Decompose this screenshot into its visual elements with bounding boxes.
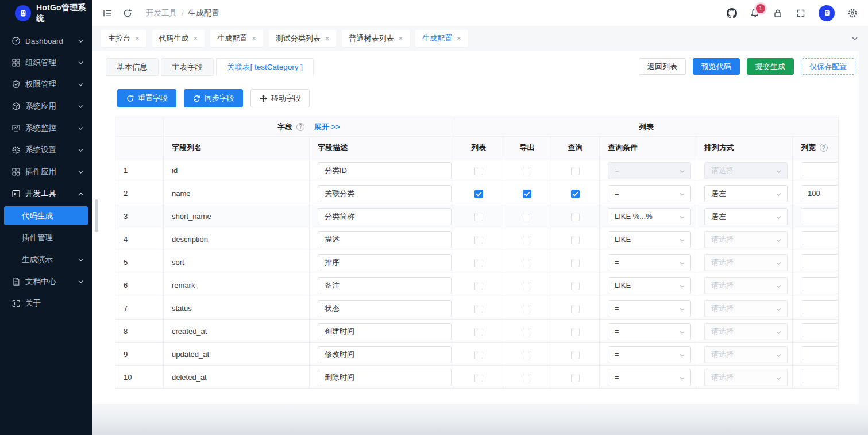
- close-icon[interactable]: ×: [194, 34, 198, 42]
- align-select[interactable]: 请选择: [704, 323, 788, 340]
- action-button-提交生成[interactable]: 提交生成: [747, 58, 794, 75]
- checkbox[interactable]: [474, 259, 483, 267]
- checkbox[interactable]: [523, 190, 531, 198]
- query-condition-select[interactable]: =: [608, 323, 691, 340]
- tab-chip-普通树表列表[interactable]: 普通树表列表×: [342, 30, 410, 47]
- checkbox[interactable]: [571, 328, 580, 336]
- field-desc-input[interactable]: 备注: [318, 277, 452, 294]
- checkbox[interactable]: [523, 167, 531, 175]
- sidebar-item-系统监控[interactable]: 系统监控: [0, 117, 92, 139]
- column-width-input[interactable]: 100: [801, 185, 839, 202]
- config-tab-主表字段[interactable]: 主表字段: [161, 58, 214, 76]
- close-icon[interactable]: ×: [398, 34, 403, 42]
- checkbox[interactable]: [523, 351, 531, 359]
- fullscreen-icon[interactable]: [796, 8, 806, 18]
- checkbox[interactable]: [571, 282, 580, 290]
- query-condition-select[interactable]: =: [608, 300, 691, 317]
- close-icon[interactable]: ×: [135, 34, 140, 42]
- config-tab-基本信息[interactable]: 基本信息: [106, 58, 159, 76]
- checkbox[interactable]: [474, 236, 483, 244]
- checkbox[interactable]: [523, 305, 531, 313]
- query-condition-select[interactable]: LIKE %...%: [608, 208, 691, 225]
- query-condition-select[interactable]: =: [608, 162, 691, 179]
- field-action-button-移动字段[interactable]: 移动字段: [250, 89, 310, 107]
- sidebar-item-系统应用[interactable]: 系统应用: [0, 95, 92, 117]
- tab-chip-生成配置[interactable]: 生成配置×: [210, 30, 263, 47]
- query-condition-select[interactable]: =: [608, 185, 691, 202]
- collapse-sidebar-icon[interactable]: [102, 8, 113, 18]
- help-circle-icon[interactable]: ?: [296, 123, 304, 131]
- tab-chip-测试分类列表[interactable]: 测试分类列表×: [269, 30, 337, 47]
- checkbox[interactable]: [571, 236, 580, 244]
- expand-link[interactable]: 展开 >>: [314, 122, 340, 132]
- checkbox[interactable]: [571, 259, 580, 267]
- checkbox[interactable]: [571, 190, 580, 198]
- field-action-button-重置字段[interactable]: 重置字段: [117, 89, 176, 107]
- align-select[interactable]: 请选择: [704, 254, 788, 271]
- sidebar-item-Dashboard[interactable]: Dashboard: [0, 30, 92, 52]
- align-select[interactable]: 请选择: [704, 346, 788, 363]
- checkbox[interactable]: [571, 374, 580, 382]
- tab-chip-生成配置[interactable]: 生成配置×: [415, 30, 468, 47]
- query-condition-select[interactable]: =: [608, 254, 691, 271]
- checkbox[interactable]: [571, 305, 580, 313]
- align-select[interactable]: 请选择: [704, 231, 788, 248]
- column-width-input[interactable]: [801, 231, 839, 248]
- checkbox[interactable]: [523, 259, 531, 267]
- field-action-button-同步字段[interactable]: 同步字段: [184, 89, 243, 107]
- checkbox[interactable]: [523, 282, 531, 290]
- notifications[interactable]: 1: [750, 8, 760, 18]
- help-circle-icon[interactable]: ?: [820, 144, 828, 152]
- checkbox[interactable]: [474, 213, 483, 221]
- field-desc-input[interactable]: 分类ID: [318, 162, 452, 179]
- checkbox[interactable]: [474, 190, 483, 198]
- reload-icon[interactable]: [122, 8, 133, 18]
- action-button-预览代码[interactable]: 预览代码: [693, 58, 740, 75]
- field-desc-input[interactable]: 修改时间: [318, 346, 452, 363]
- column-width-input[interactable]: [801, 208, 839, 225]
- align-select[interactable]: 居左: [704, 185, 788, 202]
- query-condition-select[interactable]: =: [608, 346, 691, 363]
- field-desc-input[interactable]: 删除时间: [318, 369, 452, 386]
- config-tab-关联表[ testCategory ][interactable]: 关联表[ testCategory ]: [216, 58, 314, 76]
- column-width-input[interactable]: [801, 162, 839, 179]
- column-width-input[interactable]: [801, 300, 839, 317]
- checkbox[interactable]: [474, 282, 483, 290]
- align-select[interactable]: 请选择: [704, 369, 788, 386]
- sidebar-item-开发工具[interactable]: 开发工具: [0, 183, 92, 205]
- sidebar-item-插件应用[interactable]: 插件应用: [0, 161, 92, 183]
- user-avatar[interactable]: [819, 5, 835, 21]
- field-desc-input[interactable]: 创建时间: [318, 323, 452, 340]
- close-icon[interactable]: ×: [252, 34, 256, 42]
- checkbox[interactable]: [523, 374, 531, 382]
- tabbar-chevron-down-icon[interactable]: [851, 34, 859, 43]
- sidebar-item-代码生成[interactable]: 代码生成: [4, 206, 88, 225]
- checkbox[interactable]: [474, 374, 483, 382]
- checkbox[interactable]: [571, 351, 580, 359]
- column-width-input[interactable]: [801, 323, 839, 340]
- close-icon[interactable]: ×: [325, 34, 330, 42]
- field-desc-input[interactable]: 状态: [318, 300, 452, 317]
- field-desc-input[interactable]: 描述: [318, 231, 452, 248]
- lock-screen-icon[interactable]: [773, 8, 783, 18]
- sidebar-item-组织管理[interactable]: 组织管理: [0, 52, 92, 74]
- align-select[interactable]: 请选择: [704, 300, 788, 317]
- column-width-input[interactable]: [801, 346, 839, 363]
- action-button-返回列表[interactable]: 返回列表: [639, 58, 686, 75]
- column-width-input[interactable]: [801, 277, 839, 294]
- checkbox[interactable]: [474, 328, 483, 336]
- close-icon[interactable]: ×: [457, 34, 461, 42]
- logo-row[interactable]: HotGo管理系统: [0, 0, 92, 26]
- tab-chip-主控台[interactable]: 主控台×: [101, 30, 146, 47]
- checkbox[interactable]: [474, 167, 483, 175]
- sidebar-item-插件管理[interactable]: 插件管理: [0, 227, 92, 249]
- field-desc-input[interactable]: 排序: [318, 254, 452, 271]
- checkbox[interactable]: [523, 213, 531, 221]
- breadcrumb-parent[interactable]: 开发工具: [146, 8, 177, 18]
- checkbox[interactable]: [474, 305, 483, 313]
- sidebar-item-权限管理[interactable]: 权限管理: [0, 74, 92, 95]
- checkbox[interactable]: [523, 328, 531, 336]
- checkbox[interactable]: [474, 351, 483, 359]
- checkbox[interactable]: [571, 213, 580, 221]
- sidebar-item-关于[interactable]: 关于: [0, 292, 92, 314]
